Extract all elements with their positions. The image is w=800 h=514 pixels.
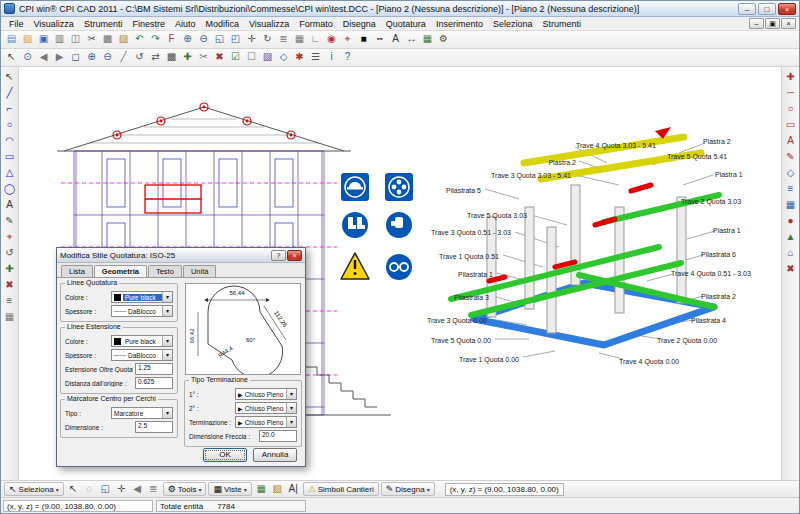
zoom-window-icon[interactable]: ◱: [212, 32, 227, 47]
zoom-out-icon[interactable]: ⊖: [196, 32, 211, 47]
layer-on-icon[interactable]: ☑: [228, 50, 243, 65]
rectangle-icon[interactable]: ▭: [2, 150, 17, 165]
seleziona-button[interactable]: ↖ Seleziona ▾: [4, 482, 64, 496]
text-icon[interactable]: A: [388, 32, 403, 47]
chevron-down-icon[interactable]: ▾: [162, 306, 172, 316]
previous-view-icon[interactable]: ◀: [130, 482, 145, 497]
dialog-tab[interactable]: Lista: [61, 265, 93, 277]
dialog-help-button[interactable]: ?: [271, 250, 286, 261]
maximize-button[interactable]: □: [758, 3, 776, 15]
menu-item[interactable]: Quotatura: [381, 18, 431, 30]
circle-icon[interactable]: ○: [783, 102, 798, 117]
grid-icon[interactable]: ▦: [783, 198, 798, 213]
chevron-down-icon[interactable]: ▾: [286, 417, 296, 427]
new-icon[interactable]: ▤: [4, 32, 19, 47]
drawing-canvas[interactable]: Trave 4 Quota 3.03 - 5.41Piastra 2Trave …: [19, 67, 781, 480]
text-icon[interactable]: A: [783, 134, 798, 149]
dimensione-marcatore-input[interactable]: 2.5: [135, 421, 173, 433]
distanza-input[interactable]: 0.625: [135, 377, 173, 389]
layers-icon[interactable]: ≣: [276, 32, 291, 47]
paste-icon[interactable]: ▨: [116, 32, 131, 47]
center-icon[interactable]: ⌖: [2, 230, 17, 245]
menu-item[interactable]: Modifica: [200, 18, 244, 30]
move-icon[interactable]: ✚: [180, 50, 195, 65]
polyline-icon[interactable]: ⌐: [2, 102, 17, 117]
font-icon[interactable]: F: [164, 32, 179, 47]
chevron-down-icon[interactable]: ▾: [162, 408, 172, 418]
home-icon[interactable]: ⌂: [783, 246, 798, 261]
menu-item[interactable]: Strumenti: [537, 18, 586, 30]
tools-button[interactable]: ⚙ Tools ▾: [163, 482, 207, 496]
lasso-icon[interactable]: ◌: [82, 482, 97, 497]
mdi-restore-button[interactable]: ▣: [765, 18, 780, 29]
dialog-close-button[interactable]: ×: [287, 250, 302, 261]
arc-icon[interactable]: ◠: [2, 134, 17, 149]
chevron-down-icon[interactable]: ▾: [286, 403, 296, 413]
zoom-window-icon[interactable]: ◱: [98, 482, 113, 497]
spessore-estensione-select[interactable]: —— DaBlocco ▾: [111, 349, 173, 361]
close-button[interactable]: ×: [778, 3, 796, 15]
menu-item[interactable]: File: [4, 18, 29, 30]
zoom-all-icon[interactable]: ◻: [68, 50, 83, 65]
help-icon[interactable]: ?: [340, 50, 355, 65]
chevron-down-icon[interactable]: ▾: [162, 336, 172, 346]
dimension-icon[interactable]: ↔: [404, 32, 419, 47]
list-icon[interactable]: ≡: [783, 182, 798, 197]
magnifier-plus-icon[interactable]: ⊕: [84, 50, 99, 65]
line-icon[interactable]: ╱: [2, 86, 17, 101]
print-icon[interactable]: ▥: [52, 32, 67, 47]
properties-icon[interactable]: ☰: [308, 50, 323, 65]
block-icon[interactable]: ◇: [276, 50, 291, 65]
sketch-icon[interactable]: ✎: [2, 214, 17, 229]
menu-item[interactable]: Finestre: [127, 18, 170, 30]
cut-icon[interactable]: ✂: [84, 32, 99, 47]
triangle-icon[interactable]: ▲: [783, 230, 798, 245]
colore-estensione-select[interactable]: Pure black ▾: [111, 335, 173, 347]
undo-icon[interactable]: ↶: [132, 32, 147, 47]
color-icon[interactable]: ■: [356, 32, 371, 47]
menu-item[interactable]: Disegna: [338, 18, 381, 30]
add-icon[interactable]: ✚: [2, 262, 17, 277]
menu-item[interactable]: Seleziona: [488, 18, 538, 30]
grid-icon[interactable]: ▦: [254, 482, 269, 497]
chevron-down-icon[interactable]: ▾: [162, 292, 172, 302]
measure-icon[interactable]: ╱: [116, 50, 131, 65]
chevron-down-icon[interactable]: ▾: [286, 389, 296, 399]
redraw-icon[interactable]: ↻: [260, 32, 275, 47]
menu-item[interactable]: Visualizza: [29, 18, 79, 30]
ok-button[interactable]: OK: [203, 448, 247, 462]
magnifier-minus-icon[interactable]: ⊖: [100, 50, 115, 65]
list-icon[interactable]: ≡: [2, 294, 17, 309]
pointer-icon[interactable]: ↖: [66, 482, 81, 497]
polygon-icon[interactable]: △: [2, 166, 17, 181]
pan-icon[interactable]: ✛: [244, 32, 259, 47]
block-icon[interactable]: ◇: [783, 166, 798, 181]
erase-icon[interactable]: ✖: [212, 50, 227, 65]
menu-item[interactable]: Formato: [294, 18, 338, 30]
spessore-quotatura-select[interactable]: —— DaBlocco ▾: [111, 305, 173, 317]
point-icon[interactable]: ●: [783, 214, 798, 229]
freccia-input[interactable]: 20.0: [259, 430, 297, 442]
rectangle-icon[interactable]: ▭: [783, 118, 798, 133]
mdi-minimize-button[interactable]: –: [749, 18, 764, 29]
ortho-icon[interactable]: ∟: [308, 32, 323, 47]
add-entity-icon[interactable]: ✚: [783, 70, 798, 85]
edit-icon[interactable]: ✎: [783, 150, 798, 165]
layers-icon[interactable]: ≣: [146, 482, 161, 497]
zoom-in-icon[interactable]: ⊕: [180, 32, 195, 47]
zoom-extents-icon[interactable]: ◰: [228, 32, 243, 47]
dialog-tab[interactable]: Geometria: [94, 265, 147, 277]
osnap-icon[interactable]: ⌖: [340, 32, 355, 47]
simboli-cantieri-button[interactable]: ⚠ Simboli Cantieri: [303, 482, 379, 496]
layer-off-icon[interactable]: ☐: [244, 50, 259, 65]
zoom-next-icon[interactable]: ▶: [52, 50, 67, 65]
print-preview-icon[interactable]: ◫: [68, 32, 83, 47]
annulla-button[interactable]: Annulla: [253, 448, 297, 462]
circle-icon[interactable]: ○: [2, 118, 17, 133]
settings-icon[interactable]: ⚙: [436, 32, 451, 47]
pan-hand-icon[interactable]: ✛: [114, 482, 129, 497]
dialog-titlebar[interactable]: Modifica Stile Quotatura: ISO-25 ? ×: [57, 248, 305, 263]
grid-icon[interactable]: ▦: [292, 32, 307, 47]
menu-item[interactable]: Aiuto: [170, 18, 201, 30]
terminazione-select[interactable]: ▶ Chiuso Pieno ▾: [235, 416, 297, 428]
